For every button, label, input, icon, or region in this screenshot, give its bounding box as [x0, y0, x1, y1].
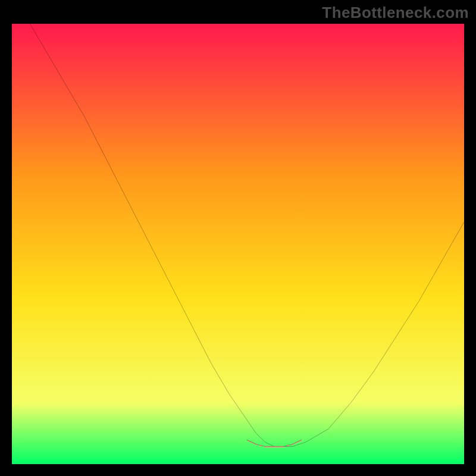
watermark-text: TheBottleneck.com	[322, 4, 469, 22]
plot-area	[12, 24, 464, 464]
bottleneck-plot-svg	[12, 24, 464, 464]
gradient-background	[12, 24, 464, 464]
chart-frame: TheBottleneck.com	[0, 0, 476, 476]
